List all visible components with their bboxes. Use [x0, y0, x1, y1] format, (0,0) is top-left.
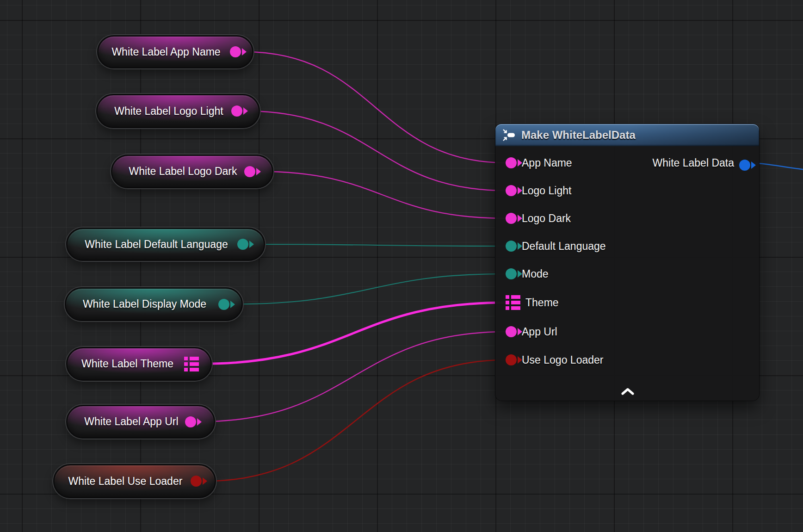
output-pin-app-url[interactable] — [185, 416, 196, 427]
wire-app-name[interactable] — [244, 52, 507, 163]
collapse-node-button[interactable] — [620, 387, 636, 396]
struct-node-make-whitelabeldata[interactable]: Make WhiteLabelData App NameLogo LightLo… — [495, 124, 759, 401]
input-pin-default-language[interactable] — [506, 241, 517, 252]
input-row-app-name: App Name — [506, 155, 572, 171]
input-pin-theme[interactable] — [506, 295, 520, 310]
input-pin-label: Default Language — [522, 240, 606, 253]
input-row-logo-dark: Logo Dark — [506, 210, 571, 226]
map-struct-pin-icon — [506, 295, 520, 310]
input-row-theme: Theme — [506, 295, 559, 310]
input-pin-logo-dark[interactable] — [506, 213, 517, 224]
variable-node-label: White Label App Name — [109, 37, 223, 67]
input-pin-label: App Url — [522, 326, 557, 338]
input-row-use-logo-loader: Use Logo Loader — [506, 352, 603, 368]
variable-node-label: White Label Logo Dark — [123, 156, 243, 187]
variable-node-label: White Label Theme — [78, 348, 177, 379]
variable-node-default-language[interactable]: White Label Default Language — [66, 228, 265, 261]
variable-node-use-loader[interactable]: White Label Use Loader — [53, 464, 216, 498]
variable-node-logo-dark[interactable]: White Label Logo Dark — [111, 155, 273, 188]
output-pin-theme[interactable] — [184, 357, 199, 371]
input-row-logo-light: Logo Light — [506, 183, 571, 198]
variable-node-logo-light[interactable]: White Label Logo Light — [96, 94, 260, 128]
make-struct-icon — [502, 128, 516, 142]
variable-node-display-mode[interactable]: White Label Display Mode — [65, 287, 243, 321]
output-pin-logo-light[interactable] — [231, 105, 242, 117]
output-pin-display-mode[interactable] — [218, 299, 229, 310]
variable-node-label: White Label Default Language — [78, 229, 235, 260]
input-pin-label: Logo Dark — [522, 212, 571, 225]
output-pin-logo-dark[interactable] — [244, 166, 255, 177]
variable-node-theme[interactable]: White Label Theme — [66, 347, 212, 381]
input-row-mode: Mode — [506, 266, 549, 282]
map-struct-pin-icon — [184, 357, 199, 371]
input-pin-use-logo-loader[interactable] — [506, 354, 517, 365]
variable-node-label: White Label Display Mode — [76, 289, 213, 320]
wire-display-mode[interactable] — [233, 274, 507, 304]
wire-default-language[interactable] — [252, 244, 507, 246]
output-pin-use-loader[interactable] — [191, 476, 202, 487]
output-pin-label: White Label Data — [653, 157, 734, 169]
make-node-header[interactable]: Make WhiteLabelData — [495, 124, 759, 146]
variable-node-app-name[interactable]: White Label App Name — [97, 35, 253, 68]
output-pin-app-name[interactable] — [230, 46, 241, 57]
input-row-app-url: App Url — [506, 324, 557, 340]
input-pin-app-name[interactable] — [506, 157, 517, 168]
variable-node-label: White Label App Url — [78, 406, 185, 437]
variable-node-app-url[interactable]: White Label App Url — [66, 405, 215, 439]
output-row-white-label-data: White Label Data — [653, 155, 750, 171]
input-pin-label: Logo Light — [522, 185, 571, 197]
input-pin-label: Theme — [525, 297, 559, 309]
input-pin-label: Mode — [522, 268, 549, 280]
blueprint-graph-canvas[interactable]: White Label App NameWhite Label Logo Lig… — [0, 0, 803, 532]
input-pin-app-url[interactable] — [506, 326, 517, 337]
wire-logo-dark[interactable] — [259, 172, 507, 219]
wire-app-url[interactable] — [199, 332, 507, 422]
chevron-up-icon — [620, 388, 635, 395]
input-pin-mode[interactable] — [506, 268, 517, 279]
wire-theme[interactable] — [200, 303, 507, 364]
input-row-default-language: Default Language — [506, 238, 606, 254]
input-pin-label: App Name — [522, 157, 572, 169]
output-pin-white-label-data[interactable] — [739, 160, 750, 171]
wire-logo-light[interactable] — [246, 111, 507, 191]
wire-use-loader[interactable] — [205, 360, 507, 481]
output-pin-default-language[interactable] — [237, 239, 248, 250]
variable-node-label: White Label Use Loader — [65, 465, 186, 497]
variable-node-label: White Label Logo Light — [108, 95, 230, 127]
input-pin-label: Use Logo Loader — [522, 354, 603, 366]
make-node-title: Make WhiteLabelData — [521, 129, 636, 142]
input-pin-logo-light[interactable] — [506, 185, 517, 196]
